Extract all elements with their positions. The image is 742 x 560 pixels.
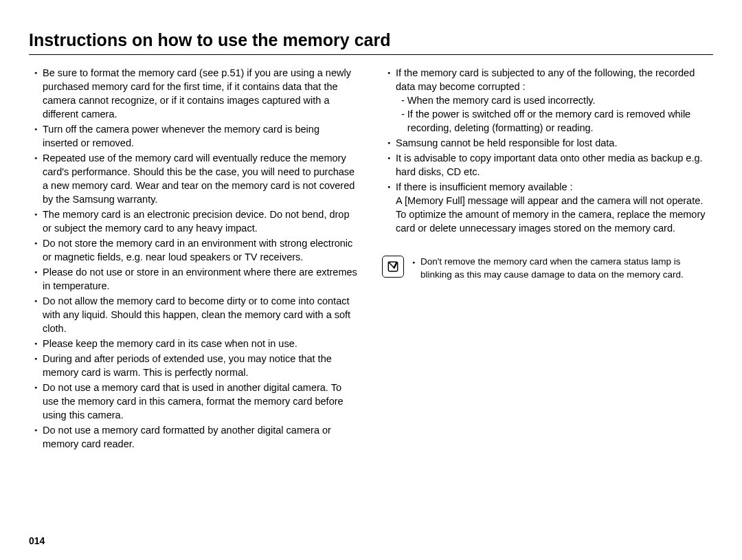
list-item: During and after periods of extended use…	[36, 352, 357, 379]
manual-page: Instructions on how to use the memory ca…	[0, 0, 742, 560]
list-item: Please do not use or store in an environ…	[36, 265, 357, 293]
list-item: Turn off the camera power whenever the m…	[36, 122, 357, 150]
right-bullet-list: If the memory card is subjected to any o…	[382, 66, 710, 235]
left-bullet-list: Be sure to format the memory card (see p…	[29, 66, 357, 451]
list-item: Do not use a memory card formatted by an…	[36, 423, 357, 451]
dash-icon: -	[401, 107, 407, 135]
sub-list: -When the memory card is used incorrectl…	[396, 93, 710, 135]
list-item: Be sure to format the memory card (see p…	[36, 66, 357, 121]
list-item: Repeated use of the memory card will eve…	[36, 151, 357, 206]
body-columns: Be sure to format the memory card (see p…	[29, 66, 713, 452]
list-item: Samsung cannot be held responsible for l…	[389, 136, 710, 150]
list-item: Do not store the memory card in an envir…	[36, 236, 357, 264]
note-icon	[382, 256, 404, 278]
sub-item: -When the memory card is used incorrectl…	[401, 93, 710, 107]
right-column: If the memory card is subjected to any o…	[382, 66, 710, 452]
sub-item: -If the power is switched off or the mem…	[401, 107, 710, 135]
note-bullet: Don't remove the memory card when the ca…	[414, 256, 710, 281]
page-number: 014	[29, 535, 45, 546]
note-text: Don't remove the memory card when the ca…	[411, 256, 710, 282]
note-callout: Don't remove the memory card when the ca…	[382, 256, 710, 282]
list-item: The memory card is an electronic precisi…	[36, 208, 357, 235]
list-item-text: If there is insufficient memory availabl…	[396, 181, 573, 192]
list-item-continuation: A [Memory Full] message will appear and …	[396, 195, 706, 234]
sub-item-text: When the memory card is used incorrectly…	[407, 93, 596, 107]
sub-item-text: If the power is switched off or the memo…	[407, 107, 710, 135]
list-item: Please keep the memory card in its case …	[36, 337, 357, 350]
list-item: If there is insufficient memory availabl…	[389, 180, 710, 235]
list-item-text: If the memory card is subjected to any o…	[396, 67, 695, 92]
list-item: It is advisable to copy important data o…	[389, 151, 710, 179]
page-title: Instructions on how to use the memory ca…	[29, 30, 713, 55]
dash-icon: -	[401, 93, 407, 107]
left-column: Be sure to format the memory card (see p…	[29, 66, 357, 452]
list-item: Do not allow the memory card to become d…	[36, 294, 357, 335]
list-item: Do not use a memory card that is used in…	[36, 381, 357, 422]
list-item: If the memory card is subjected to any o…	[389, 66, 710, 135]
